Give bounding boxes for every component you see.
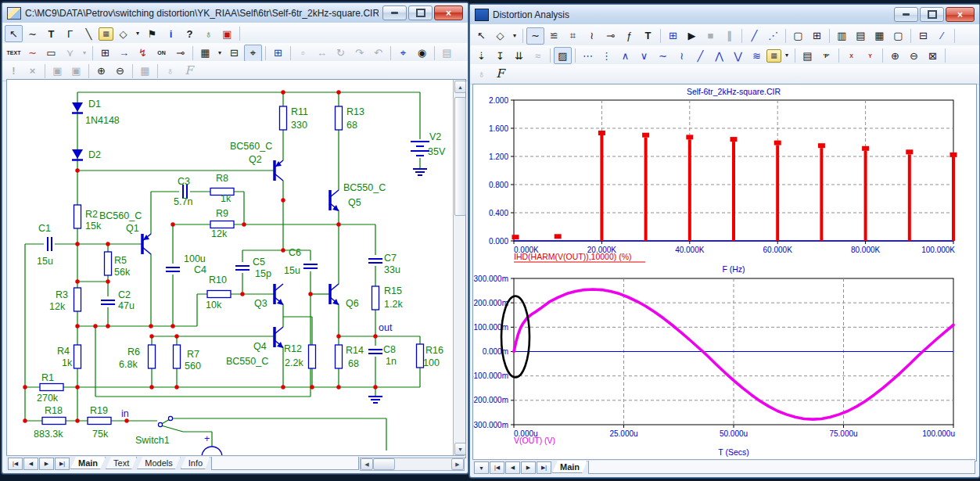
attribute-text-icon[interactable]: ∼ xyxy=(23,45,41,62)
find-icon[interactable]: ◉ xyxy=(413,45,431,62)
current-probe-icon[interactable]: ⊸ xyxy=(171,45,189,62)
goto-table-icon[interactable]: ▤ xyxy=(799,47,817,64)
part-R18[interactable] xyxy=(42,418,66,425)
peak-icon[interactable]: ∧ xyxy=(616,47,634,64)
grid-toggle-icon[interactable]: ▦ xyxy=(196,45,214,62)
component-shapes-icon[interactable]: ◇ xyxy=(114,25,132,42)
high-icon[interactable]: ∼ xyxy=(654,47,672,64)
component-dropdown-icon[interactable]: ▾ xyxy=(782,47,792,64)
harmonics-legend[interactable]: IHD(HARM(V(OUT)),10000) (%) xyxy=(514,252,632,261)
stripes-horizontal-icon[interactable]: ▤ xyxy=(852,27,870,45)
formula-icon[interactable]: F xyxy=(491,66,509,83)
schematic-hscrollbar[interactable]: ◀ ▶ xyxy=(360,458,465,471)
part-C8[interactable] xyxy=(368,346,382,357)
date-stamp-icon[interactable]: ⊞ xyxy=(96,45,114,62)
node-voltages-icon[interactable]: ↯ xyxy=(134,45,152,62)
component-box-icon[interactable]: ▦ xyxy=(766,49,781,63)
close-button[interactable]: × xyxy=(946,7,975,22)
select-mode-icon[interactable]: ∼ xyxy=(526,27,544,45)
scroll-right-button[interactable]: ▶ xyxy=(451,458,464,470)
data-points-icon[interactable]: ▨ xyxy=(554,47,572,64)
minimize-button[interactable] xyxy=(382,5,407,20)
global-low-icon[interactable]: ⋁ xyxy=(729,47,747,64)
first-sheet-button[interactable]: |◀ xyxy=(490,461,504,474)
part-R7[interactable] xyxy=(174,345,181,368)
properties-icon[interactable]: ⊞ xyxy=(664,27,682,45)
part-R19[interactable] xyxy=(88,418,111,425)
cursor-mode-icon[interactable]: ≀ xyxy=(583,27,601,45)
wire-mode-icon[interactable]: ∼ xyxy=(23,25,41,42)
part-C7[interactable] xyxy=(368,255,382,266)
tab-main[interactable]: Main xyxy=(552,461,587,473)
tab-text[interactable]: Text xyxy=(106,457,137,469)
part-switch-contact-a[interactable] xyxy=(158,422,162,426)
tag-horizontal-icon[interactable]: ⋯ xyxy=(579,47,597,64)
dotted-line-annotation-icon[interactable]: ⋰ xyxy=(764,27,782,45)
scroll-down-button[interactable]: ▼ xyxy=(454,443,466,455)
properties-icon[interactable]: ⊞ xyxy=(269,45,287,62)
run-icon[interactable]: ▶ xyxy=(683,27,701,45)
cursor-both-icon[interactable]: ⇊ xyxy=(510,47,528,64)
on-state-icon[interactable]: ON xyxy=(153,45,171,62)
part-R1[interactable] xyxy=(40,384,63,391)
part-box-icon[interactable]: ▭ xyxy=(42,45,60,62)
schematic-vscrollbar[interactable]: ▲ ▼ xyxy=(453,80,465,456)
point-tag-icon[interactable]: ⊸ xyxy=(601,27,619,45)
inflection-icon[interactable]: ╱ xyxy=(691,47,709,64)
zoom-in-icon[interactable]: ⊕ xyxy=(92,63,110,80)
part-R9[interactable] xyxy=(210,221,234,228)
pan-mode-icon[interactable]: ≌ xyxy=(545,27,563,45)
part-R12[interactable] xyxy=(309,345,316,368)
restore-button[interactable] xyxy=(408,5,433,20)
next-sheet-button[interactable]: ▶ xyxy=(521,461,536,474)
component-box-icon[interactable]: ▦ xyxy=(99,27,113,41)
line-tool-icon[interactable]: ╲ xyxy=(80,25,98,42)
node-numbers-icon[interactable]: → xyxy=(115,45,133,62)
select-arrow-icon[interactable]: ↖ xyxy=(5,25,23,42)
wire-orthogonal-icon[interactable]: Г xyxy=(61,25,79,42)
y-scale-icon[interactable]: Y xyxy=(861,47,879,64)
stripes-vertical-icon[interactable]: ▥ xyxy=(833,27,851,45)
component-dropdown-icon[interactable]: ▾ xyxy=(510,27,519,45)
part-C5[interactable] xyxy=(235,262,249,273)
last-sheet-button[interactable]: ▶| xyxy=(55,458,70,470)
restore-button[interactable] xyxy=(920,7,944,22)
info-tool-icon[interactable]: i xyxy=(162,25,180,42)
part-R2[interactable] xyxy=(74,205,81,228)
schematic-titlebar[interactable]: C:\MC9\DATA\Petrov\switching distortion\… xyxy=(2,3,468,23)
last-sheet-button[interactable]: ▶| xyxy=(537,461,551,474)
low-icon[interactable]: ≀ xyxy=(673,47,691,64)
vscroll-thumb[interactable] xyxy=(454,97,466,216)
component-dropdown-icon[interactable]: ▾ xyxy=(133,25,142,42)
part-C1[interactable] xyxy=(44,237,55,251)
select-arrow-icon[interactable]: ↖ xyxy=(472,27,490,45)
x-scale-icon[interactable]: X xyxy=(842,47,860,64)
analysis-titlebar[interactable]: Distortion Analysis × xyxy=(470,5,979,25)
zoom-area-icon[interactable]: ⊠ xyxy=(924,47,942,64)
slope-tool-icon[interactable]: ∕ xyxy=(933,27,951,45)
scale-mode-icon[interactable]: ⌗ xyxy=(564,27,582,45)
zoom-out-icon[interactable]: ⊖ xyxy=(111,63,129,80)
analysis-plot-area[interactable]: 0.0000.4000.8001.2001.6002.0000.000K20.0… xyxy=(472,84,977,461)
prev-sheet-button[interactable]: ◀ xyxy=(23,458,38,470)
close-button[interactable]: × xyxy=(434,5,463,20)
border-toggle-icon[interactable]: ⊟ xyxy=(225,45,243,62)
digital-io-icon[interactable]: ▣ xyxy=(218,25,236,42)
web-page-icon[interactable]: ♁ xyxy=(199,25,217,42)
part-R11[interactable] xyxy=(280,106,287,130)
function-tag-icon[interactable]: ƒ xyxy=(620,27,638,45)
tag-vertical-icon[interactable]: ⋮ xyxy=(598,47,616,64)
global-high-icon[interactable]: ⋀ xyxy=(710,47,728,64)
hscroll-thumb[interactable] xyxy=(373,458,395,470)
text-tag-icon[interactable]: T xyxy=(639,27,657,45)
part-R5[interactable] xyxy=(105,252,112,275)
part-R15[interactable] xyxy=(372,286,379,310)
pick-cursor-icon[interactable]: ⌖ xyxy=(244,45,262,62)
part-R6[interactable] xyxy=(149,345,156,368)
plot-grid-icon[interactable]: ⊞ xyxy=(808,27,826,45)
next-sheet-button[interactable]: ▶ xyxy=(39,458,54,470)
part-R14[interactable] xyxy=(336,345,343,368)
cursor-left-icon[interactable]: ⇣ xyxy=(472,47,490,64)
tab-models[interactable]: Models xyxy=(137,457,180,469)
split-plot-icon[interactable]: ⊟ xyxy=(914,27,932,45)
